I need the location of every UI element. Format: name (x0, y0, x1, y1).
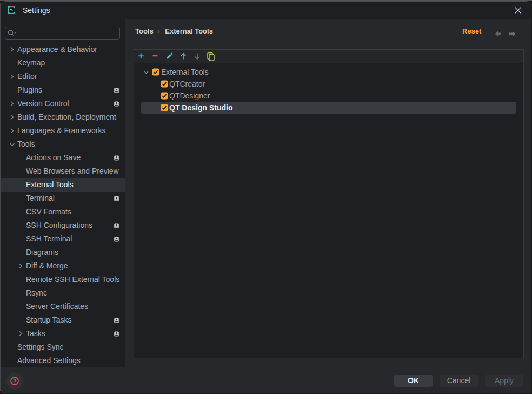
svg-text:?: ? (13, 378, 16, 384)
